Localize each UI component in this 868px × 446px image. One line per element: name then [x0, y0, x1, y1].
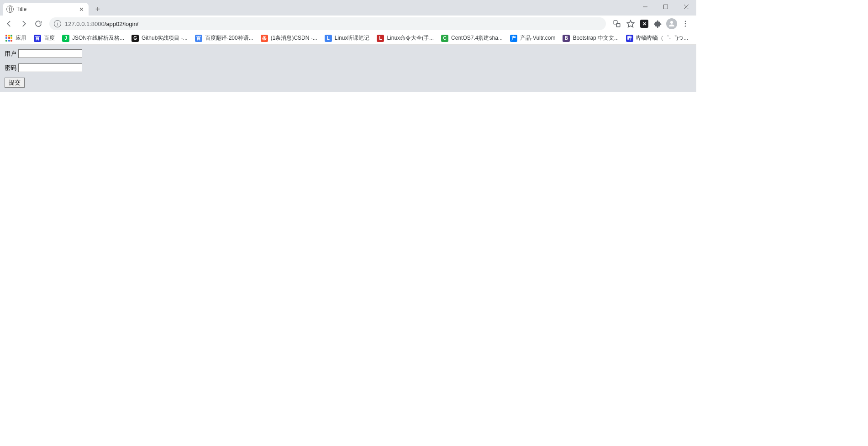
password-input[interactable] — [18, 63, 82, 72]
vultr-icon: 产 — [510, 35, 517, 42]
bookmark-item[interactable]: 条(1条消息)CSDN -... — [258, 33, 320, 43]
back-button[interactable] — [3, 17, 16, 30]
extensions-puzzle-icon[interactable] — [652, 17, 664, 30]
browser-tab[interactable]: Title ✕ — [3, 3, 89, 16]
linux-icon: L — [377, 35, 384, 42]
site-info-icon[interactable]: i — [54, 20, 61, 27]
user-label: 用户 — [5, 50, 16, 58]
bookmark-label: 哔嘀哔嘀（゜-゜)つ... — [636, 34, 688, 42]
centos-icon: C — [441, 35, 448, 42]
bookmark-label: 产品-Vultr.com — [520, 34, 556, 42]
forward-button[interactable] — [17, 17, 30, 30]
bookmark-item[interactable]: 百百度翻译-200种语... — [192, 33, 256, 43]
translate-icon: 百 — [195, 35, 202, 42]
bookmark-item[interactable]: LLinux命令大全(手... — [374, 33, 437, 43]
page-content: 用户 密码 提交 — [0, 45, 696, 92]
window-controls — [635, 0, 696, 14]
browser-window: Title ✕ + i 127.0.0.1:8000/app02/login/ — [0, 0, 696, 92]
bookmark-label: Linux听课笔记 — [335, 34, 370, 42]
nav-toolbar: i 127.0.0.1:8000/app02/login/ ✕ — [0, 16, 696, 32]
tab-title: Title — [16, 6, 75, 12]
bookmark-item[interactable]: 应用 — [3, 33, 29, 43]
new-tab-button[interactable]: + — [91, 3, 104, 16]
password-row: 密码 — [5, 63, 692, 72]
baidu-paw: 百 — [34, 35, 41, 42]
bookmark-label: (1条消息)CSDN -... — [271, 34, 317, 42]
profile-avatar[interactable] — [665, 17, 678, 30]
globe-icon — [6, 5, 14, 13]
user-row: 用户 — [5, 49, 692, 58]
bookmark-label: 百度翻译-200种语... — [205, 34, 253, 42]
toolbar-right: ✕ — [610, 17, 694, 30]
bookmark-label: JSON在线解析及格... — [72, 34, 124, 42]
json-badge: J — [62, 35, 69, 42]
doc-icon: L — [325, 35, 332, 42]
svg-point-10 — [685, 26, 686, 27]
svg-point-7 — [670, 21, 673, 24]
close-tab-button[interactable]: ✕ — [78, 6, 85, 13]
bookmark-item[interactable]: GGithub实战项目 -... — [129, 33, 190, 43]
bookmarks-bar: 应用百百度JJSON在线解析及格...GGithub实战项目 -...百百度翻译… — [0, 32, 696, 45]
reload-button[interactable] — [32, 17, 45, 30]
bilibili-icon: 哔 — [626, 35, 633, 42]
bookmark-item[interactable]: BBootstrap 中文文... — [560, 33, 621, 43]
submit-button[interactable]: 提交 — [5, 78, 25, 88]
extension-x-icon[interactable]: ✕ — [638, 17, 651, 30]
apps-grid — [5, 35, 13, 42]
user-input[interactable] — [18, 49, 82, 58]
close-window-button[interactable] — [676, 0, 696, 14]
bookmark-item[interactable]: 哔哔嘀哔嘀（゜-゜)つ... — [623, 33, 691, 43]
bookmark-label: Bootstrap 中文文... — [573, 34, 619, 42]
tab-bar: Title ✕ + — [0, 0, 696, 16]
bookmark-item[interactable]: JJSON在线解析及格... — [59, 33, 127, 43]
maximize-button[interactable] — [655, 0, 676, 14]
bookmark-label: Github实战项目 -... — [142, 34, 188, 42]
bookmark-item[interactable]: CCentOS7.4搭建sha... — [438, 33, 505, 43]
bookmark-label: 应用 — [16, 34, 26, 42]
csdn-icon: 条 — [261, 35, 268, 42]
minimize-button[interactable] — [635, 0, 655, 14]
svg-rect-1 — [663, 5, 668, 9]
github-icon: G — [132, 35, 139, 42]
bookmark-item[interactable]: 产产品-Vultr.com — [507, 33, 558, 43]
bookmark-label: 百度 — [44, 34, 55, 42]
translate-icon[interactable] — [610, 17, 623, 30]
bookmark-label: Linux命令大全(手... — [387, 34, 434, 42]
bookmark-star-icon[interactable] — [624, 17, 637, 30]
menu-kebab-icon[interactable] — [679, 17, 692, 30]
bookmark-item[interactable]: LLinux听课笔记 — [322, 33, 373, 43]
bookmark-item[interactable]: 百百度 — [31, 33, 58, 43]
bootstrap-icon: B — [563, 35, 570, 42]
url-text: 127.0.0.1:8000/app02/login/ — [65, 21, 138, 27]
svg-point-8 — [685, 21, 686, 22]
svg-marker-6 — [627, 21, 634, 27]
bookmark-label: CentOS7.4搭建sha... — [451, 34, 503, 42]
svg-point-9 — [685, 23, 686, 25]
address-bar[interactable]: i 127.0.0.1:8000/app02/login/ — [49, 17, 606, 30]
password-label: 密码 — [5, 64, 16, 72]
